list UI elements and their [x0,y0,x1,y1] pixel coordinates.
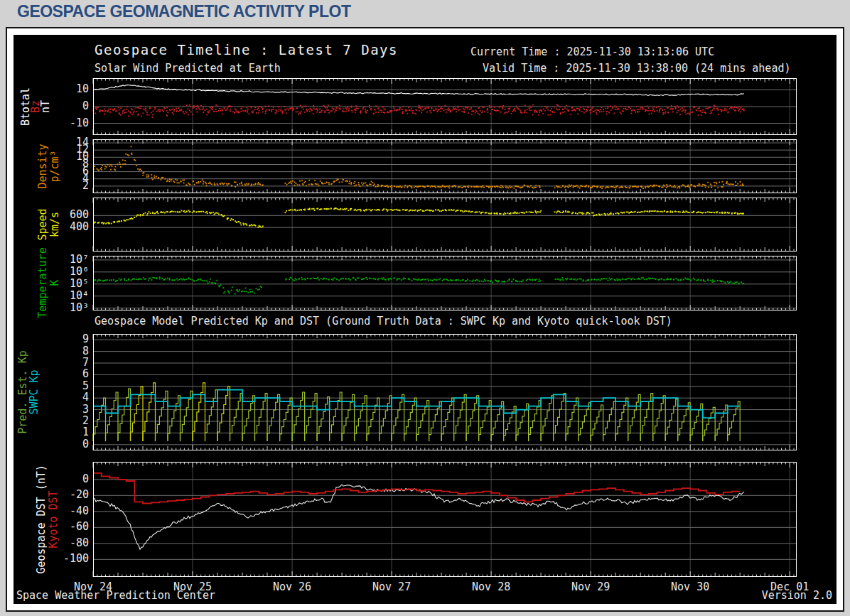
y-tick-label: 5 [55,381,89,391]
y-tick-label: 2 [55,416,89,426]
y-tick-label: 7 [55,357,89,368]
y-tick-label: 6 [55,369,89,379]
page-title: GEOSPACE GEOMAGNETIC ACTIVITY PLOT [17,2,350,21]
y-tick-label: 10⁶ [55,266,89,277]
panel-speed-chart [93,198,797,252]
y-axis-title-temperature: Temperature [36,247,49,318]
plot-main-title: Geospace Timeline : Latest 7 Days [95,42,398,58]
y-tick-label: 10 [55,84,89,94]
y-tick-label: 8 [55,346,89,357]
x-axis-day-label: Nov 26 [260,580,324,593]
plot-canvas: Geospace Timeline : Latest 7 Days Curren… [14,35,836,604]
y-tick-label: 10⁵ [55,279,89,289]
panel-kp-chart [93,334,797,450]
x-axis-day-label: Nov 28 [459,580,523,593]
y-tick-label: 9 [55,334,89,345]
panel-imf-chart [93,78,797,135]
y-axis-title-geospace-dst: Geospace DST (nT) [35,465,48,574]
y-tick-label: 10⁷ [55,254,89,265]
y-tick-label: 0 [55,101,89,112]
y-tick-label: -40 [55,506,89,517]
y-axis-title-density: Density [36,144,49,188]
y-tick-label: 2 [55,180,89,191]
x-axis-day-label: Nov 30 [658,580,722,593]
x-axis-day-label: Nov 24 [61,580,125,593]
y-tick-label: -10 [55,118,89,129]
y-axis-title-speed: Speed [36,208,49,240]
x-axis-day-label: Nov 25 [161,580,225,593]
y-tick-label: 0 [55,474,89,485]
section2-title: Geospace Model Predicted Kp and DST (Gro… [95,315,672,328]
y-tick-label: 0 [55,439,89,450]
y-tick-label: 1 [55,427,89,438]
y-tick-label: -60 [55,522,89,532]
y-tick-label: 400 [55,222,89,232]
y-tick-label: 10³ [55,303,89,313]
y-tick-label: 600 [55,210,89,220]
valid-time-label: Valid Time : 2025-11-30 13:38:00 (24 min… [483,62,790,75]
plot-frame: Geospace Timeline : Latest 7 Days Curren… [6,27,844,612]
y-tick-label: 4 [55,392,89,403]
y-axis-title-nt: nT [39,100,52,113]
y-axis-title-swpc-kp: SWPC Kp [28,369,41,414]
panel-dst-chart [93,462,797,577]
x-axis-day-label: Dec 01 [758,580,822,593]
y-tick-label: -100 [55,553,89,564]
y-tick-label: 10⁴ [55,291,89,301]
panel-density-chart [93,139,797,193]
y-tick-label: -80 [55,538,89,549]
panel-temp-chart [93,256,797,310]
current-time-label: Current Time : 2025-11-30 13:13:06 UTC [470,45,714,58]
solar-wind-subtitle: Solar Wind Predicted at Earth [95,62,281,75]
x-axis-day-label: Nov 29 [559,580,623,593]
y-tick-label: 3 [55,404,89,415]
x-axis-day-label: Nov 27 [360,580,424,593]
y-tick-label: -20 [55,490,89,500]
